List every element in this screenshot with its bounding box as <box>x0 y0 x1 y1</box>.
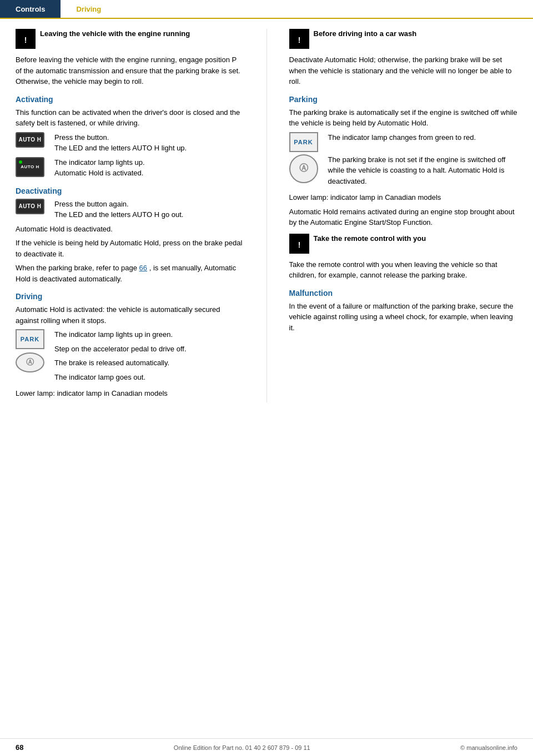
auto-hold-engine: Automatic Hold remains activated during … <box>289 206 518 228</box>
tab-controls-label: Controls <box>16 5 45 13</box>
driving-icon-col: PARK Ⓐ <box>16 329 49 372</box>
driving-text-col: The indicator lamp lights up in green. S… <box>54 329 244 386</box>
footer-center-text: Online Edition for Part no. 01 40 2 607 … <box>174 744 310 751</box>
led-text: The LED and the letters AUTO H light up. <box>54 144 187 152</box>
header-tabs: Controls Driving <box>0 0 533 19</box>
park-indicator-row: PARK The indicator lamp changes from gre… <box>289 132 518 152</box>
led-dot <box>19 160 22 164</box>
parking-brake-ref-text: When the parking brake, refer to page <box>16 264 137 272</box>
parking-brake-not-set-text: The parking brake is not set if the engi… <box>328 154 518 187</box>
footer-page-number: 68 <box>16 743 23 752</box>
page-ref[interactable]: 66 <box>139 264 147 272</box>
indicator-goes-out-text: The indicator lamp goes out. <box>54 372 244 383</box>
step-accel-text: Step on the accelerator pedal to drive o… <box>54 344 244 355</box>
warning-remote: ! Take the remote control with you <box>289 234 518 254</box>
indicator-changes-text: The indicator lamp changes from green to… <box>328 132 518 143</box>
footer-center: Online Edition for Part no. 01 40 2 607 … <box>174 744 310 751</box>
parking-lower-lamp: Lower lamp: indicator lamp in Canadian m… <box>289 192 518 203</box>
left-column: ! Leaving the vehicle with the engine ru… <box>16 29 244 402</box>
warning-icon-3: ! <box>289 234 309 254</box>
autoh-press-again-row: AUTO H Press the button again. The LED a… <box>16 199 244 220</box>
driving-body: Automatic Hold is activated: the vehicle… <box>16 304 244 326</box>
p-circle-row: Ⓐ The parking brake is not set if the en… <box>289 154 518 190</box>
warning-car-wash-text: Before driving into a car wash <box>314 29 417 39</box>
malfunction-heading: Malfunction <box>289 289 518 298</box>
park-lamp-label: PARK <box>21 336 39 342</box>
p-circle-label: Ⓐ <box>26 357 34 367</box>
autoh-lamp-cell: AUTO H <box>16 157 49 177</box>
autoh-button-cell-2: AUTO H <box>16 199 49 214</box>
parking-heading: Parking <box>289 95 518 104</box>
park-lamp-right-label: PARK <box>294 139 313 145</box>
autoh-lamp: AUTO H <box>16 157 44 177</box>
footer: 68 Online Edition for Part no. 01 40 2 6… <box>0 738 533 756</box>
warning-icon-1: ! <box>16 29 36 49</box>
led-go-text: The LED and the letters AUTO H go out. <box>54 210 183 219</box>
autoh-lamp-label: AUTO H <box>21 164 39 169</box>
p-circle-lamp-right: Ⓐ <box>289 154 318 183</box>
autoh-button-2: AUTO H <box>16 199 44 214</box>
driving-lower-lamp: Lower lamp: indicator lamp in Canadian m… <box>16 388 244 399</box>
p-circle-lamp: Ⓐ <box>16 352 44 372</box>
warning-leaving-body: Before leaving the vehicle with the engi… <box>16 54 244 87</box>
auto-hold-activated-text: Automatic Hold is activated. <box>54 169 143 177</box>
warning-remote-body: Take the remote control with you when le… <box>289 259 518 281</box>
p-circle-right-label: Ⓐ <box>299 163 308 174</box>
p-icon-col: Ⓐ <box>289 154 323 183</box>
park-lamp: PARK <box>16 329 44 349</box>
warning-icon-2: ! <box>289 29 309 49</box>
svg-text:!: ! <box>298 36 300 44</box>
deactivated-text: Automatic Hold is deactivated. <box>16 224 244 235</box>
autoh-press-again-desc: Press the button again. The LED and the … <box>54 199 244 220</box>
tab-driving-label: Driving <box>76 5 101 13</box>
activating-body: This function can be activated when the … <box>16 107 244 129</box>
indicator-green-text: The indicator lamp lights up in green. <box>54 329 244 340</box>
parking-brake-ref: When the parking brake, refer to page 66… <box>16 263 244 284</box>
svg-text:!: ! <box>24 36 27 44</box>
tab-driving[interactable]: Driving <box>61 0 117 18</box>
press-again-text: Press the button again. <box>54 200 129 208</box>
autoh-indicator-desc: The indicator lamp lights up. Automatic … <box>54 157 244 179</box>
right-column: ! Before driving into a car wash Deactiv… <box>289 29 518 402</box>
autoh-press-row: AUTO H Press the button. The LED and the… <box>16 132 244 154</box>
park-icon-col: PARK <box>289 132 323 152</box>
park-lamp-right: PARK <box>289 132 318 152</box>
warning-car-wash-title: Before driving into a car wash <box>314 29 417 38</box>
footer-right: © manualsonline.info <box>460 744 517 751</box>
tab-controls[interactable]: Controls <box>0 0 61 18</box>
autoh-indicator-row: AUTO H The indicator lamp lights up. Aut… <box>16 157 244 179</box>
autoh-button: AUTO H <box>16 132 44 148</box>
autoh-button-label: AUTO H <box>18 137 41 143</box>
parking-body: The parking brake is automatically set i… <box>289 107 518 129</box>
warning-car-wash: ! Before driving into a car wash <box>289 29 518 49</box>
warning-car-wash-body: Deactivate Automatic Hold; otherwise, th… <box>289 54 518 87</box>
activating-heading: Activating <box>16 95 244 104</box>
footer-right-text: © manualsonline.info <box>460 744 517 751</box>
autoh-button-label-2: AUTO H <box>18 203 41 209</box>
main-content: ! Leaving the vehicle with the engine ru… <box>0 19 533 414</box>
driving-lamp-row: PARK Ⓐ The indicator lamp lights up in g… <box>16 329 244 386</box>
press-button-text: Press the button. <box>54 133 109 142</box>
svg-text:!: ! <box>298 240 300 249</box>
malfunction-body: In the event of a failure or malfunction… <box>289 301 518 334</box>
warning-remote-text: Take the remote control with you <box>314 234 426 244</box>
deactivating-heading: Deactivating <box>16 187 244 195</box>
warning-leaving-vehicle: ! Leaving the vehicle with the engine ru… <box>16 29 244 49</box>
indicator-lamp-text: The indicator lamp lights up. <box>54 158 145 167</box>
park-indicator-text: The indicator lamp changes from green to… <box>328 132 518 147</box>
warning-leaving-title: Leaving the vehicle with the engine runn… <box>40 29 190 38</box>
driving-heading: Driving <box>16 292 244 301</box>
warning-leaving-text: Leaving the vehicle with the engine runn… <box>40 29 190 39</box>
warning-remote-title: Take the remote control with you <box>314 234 426 243</box>
p-circle-text: The parking brake is not set if the engi… <box>328 154 518 190</box>
held-text: If the vehicle is being held by Automati… <box>16 238 244 259</box>
column-separator <box>266 29 267 402</box>
autoh-press-desc: Press the button. The LED and the letter… <box>54 132 244 154</box>
autoh-button-cell: AUTO H <box>16 132 49 148</box>
brake-released-text: The brake is released automatically. <box>54 357 244 369</box>
